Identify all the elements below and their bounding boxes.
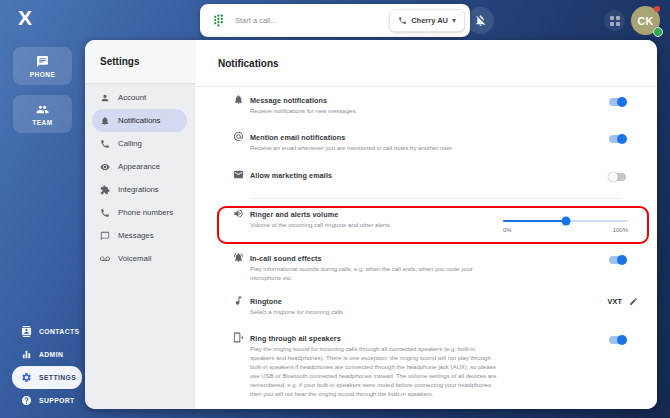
setting-title: Allow marketing emails xyxy=(250,171,332,180)
quick-actions-button[interactable] xyxy=(604,10,625,31)
at-sign-icon xyxy=(233,131,244,142)
toggle-knob xyxy=(617,255,627,265)
nav-item-appearance[interactable]: Appearance xyxy=(92,155,187,178)
setting-title: Ringer and alerts volume xyxy=(250,210,338,219)
setting-row-mention-email: Mention email notifications Receive an e… xyxy=(195,133,657,163)
setting-row-ringer-volume: Ringer and alerts volume Volume of the i… xyxy=(195,210,657,240)
avatar[interactable]: CK xyxy=(631,6,660,35)
person-icon xyxy=(100,93,110,103)
setting-title: Mention email notifications xyxy=(250,133,345,142)
app-logo[interactable]: X xyxy=(18,6,32,30)
pencil-icon[interactable] xyxy=(629,297,638,306)
sidebar-item-contacts[interactable]: CONTACTS xyxy=(12,320,82,343)
section-divider xyxy=(250,198,622,199)
toggle-message-notifications[interactable] xyxy=(609,98,626,106)
setting-desc: Receive an email whenever you are mentio… xyxy=(250,144,453,153)
setting-row-ring-all-speakers: Ring through all speakers Play the ringi… xyxy=(195,334,657,364)
setting-desc: Play informational sounds during calls, … xyxy=(250,265,500,283)
notification-dot xyxy=(654,6,660,12)
toggle-marketing-emails[interactable] xyxy=(609,173,626,181)
nav-item-account[interactable]: Account xyxy=(92,86,187,109)
toggle-in-call-sounds[interactable] xyxy=(609,256,626,264)
online-status-dot xyxy=(653,27,663,37)
chat-bubble-icon xyxy=(36,55,49,68)
bell-icon xyxy=(100,116,110,126)
nav-item-calling[interactable]: Calling xyxy=(92,132,187,155)
nav-item-label: Account xyxy=(118,93,146,102)
nav-item-phone-numbers[interactable]: Phone numbers xyxy=(92,201,187,224)
setting-desc: Play the ringing sound for incoming call… xyxy=(250,345,500,399)
start-call-input[interactable]: Start a call... xyxy=(235,16,389,25)
ringtone-value: VXT xyxy=(580,297,622,306)
sidebar-item-team[interactable]: TEAM xyxy=(13,95,72,133)
toggle-mention-email[interactable] xyxy=(609,135,626,143)
nav-item-label: Integrations xyxy=(118,185,159,194)
nav-item-integrations[interactable]: Integrations xyxy=(92,178,187,201)
sidebar-item-admin[interactable]: ADMIN xyxy=(12,343,82,366)
nav-item-label: Notifications xyxy=(118,116,160,125)
bell-icon xyxy=(233,94,244,105)
sidebar-item-label: PHONE xyxy=(30,71,56,78)
phone-icon xyxy=(100,139,110,149)
sidebar-item-label: SUPPORT xyxy=(39,397,75,404)
slider-labels: 0% 100% xyxy=(503,227,628,233)
dialpad-icon xyxy=(212,14,225,27)
notifications-muted-button[interactable] xyxy=(467,7,494,34)
slider-min-label: 0% xyxy=(503,227,512,233)
volume-slider[interactable]: 0% 100% xyxy=(503,220,628,233)
sidebar-item-label: CONTACTS xyxy=(39,328,79,335)
nav-item-label: Appearance xyxy=(118,162,160,171)
setting-row-in-call-sounds: In-call sound effects Play informational… xyxy=(195,254,657,284)
settings-panel: Settings Account Notifications Calling A… xyxy=(85,40,657,409)
avatar-initials: CK xyxy=(637,15,653,27)
slider-max-label: 100% xyxy=(613,227,628,233)
line-selector-button[interactable]: Cherry AU ▾ xyxy=(389,9,465,32)
toggle-knob xyxy=(617,335,627,345)
slider-track[interactable] xyxy=(503,220,628,222)
sidebar-item-label: ADMIN xyxy=(39,351,63,358)
sidebar-item-settings[interactable]: SETTINGS xyxy=(12,366,82,389)
toggle-knob xyxy=(617,134,627,144)
eye-icon xyxy=(100,162,110,172)
nav-item-label: Messages xyxy=(118,231,154,240)
phone-icon xyxy=(398,16,407,25)
gear-icon xyxy=(21,372,32,383)
notifications-settings-main: Notifications Message notifications Rece… xyxy=(195,40,657,409)
toggle-ring-all-speakers[interactable] xyxy=(609,336,626,344)
chevron-down-icon: ▾ xyxy=(452,17,456,25)
sidebar-item-phone[interactable]: PHONE xyxy=(13,47,72,85)
phone-ring-icon xyxy=(233,332,244,343)
sidebar-bottom-nav: CONTACTS ADMIN SETTINGS SUPPORT xyxy=(0,320,85,412)
puzzle-icon xyxy=(100,185,110,195)
mail-icon xyxy=(233,169,244,180)
setting-title: In-call sound effects xyxy=(250,254,322,263)
setting-desc: Receive notifications for new messages. xyxy=(250,107,357,116)
slider-thumb[interactable] xyxy=(561,217,570,226)
bar-chart-icon xyxy=(21,349,32,360)
toggle-knob xyxy=(608,172,618,182)
volume-icon xyxy=(233,208,244,219)
sidebar-item-support[interactable]: SUPPORT xyxy=(12,389,82,412)
setting-title: Message notifications xyxy=(250,96,327,105)
nav-item-messages[interactable]: Messages xyxy=(92,224,187,247)
nav-item-notifications[interactable]: Notifications xyxy=(92,109,187,132)
page-title: Notifications xyxy=(195,40,657,87)
setting-title: Ring through all speakers xyxy=(250,334,341,343)
nav-item-label: Voicemail xyxy=(118,254,151,263)
sidebar-item-label: TEAM xyxy=(32,119,52,126)
phone-icon xyxy=(100,208,110,218)
apps-grid-icon xyxy=(610,16,620,26)
settings-nav: Settings Account Notifications Calling A… xyxy=(85,40,195,409)
setting-desc: Volume of the incoming call ringtone and… xyxy=(250,221,391,230)
settings-nav-list: Account Notifications Calling Appearance… xyxy=(85,83,195,270)
bell-ring-icon xyxy=(233,252,244,263)
nav-item-voicemail[interactable]: Voicemail xyxy=(92,247,187,270)
bell-off-icon xyxy=(474,14,487,27)
voicemail-icon xyxy=(100,254,110,264)
setting-desc: Select a ringtone for incoming calls. xyxy=(250,308,345,317)
nav-item-label: Phone numbers xyxy=(118,208,173,217)
start-call-bar[interactable]: Start a call... Cherry AU ▾ xyxy=(200,4,470,37)
setting-row-marketing-emails: Allow marketing emails xyxy=(195,171,657,201)
music-note-icon xyxy=(233,295,244,306)
nav-item-label: Calling xyxy=(118,139,142,148)
